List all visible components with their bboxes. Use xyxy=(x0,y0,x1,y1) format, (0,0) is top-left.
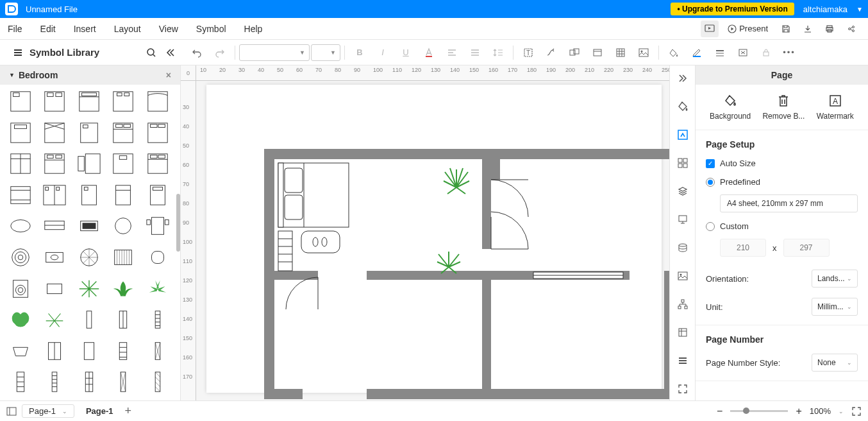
custom-radio[interactable] xyxy=(706,222,715,231)
symbol-tall-5[interactable] xyxy=(144,369,172,395)
symbol-fern-plant[interactable] xyxy=(75,276,103,302)
symbol-bush-plant[interactable] xyxy=(6,307,35,332)
italic-button[interactable]: I xyxy=(372,42,394,63)
paper-size-select[interactable]: A4 sheet, 210mm x 297 mm xyxy=(720,194,858,212)
symbol-bed-14[interactable] xyxy=(109,151,137,176)
fullscreen-icon[interactable] xyxy=(851,406,862,417)
underline-button[interactable]: U xyxy=(395,42,417,63)
download-icon[interactable] xyxy=(799,21,817,37)
symbol-shelf-3[interactable] xyxy=(144,338,172,364)
orientation-select[interactable]: Lands... ⌄ xyxy=(812,270,858,288)
image-panel-icon[interactable] xyxy=(674,267,692,285)
fill-button[interactable] xyxy=(663,42,685,63)
predefined-radio[interactable] xyxy=(706,178,715,187)
zoom-out-button[interactable]: − xyxy=(717,406,722,417)
more-icon[interactable]: ••• xyxy=(778,42,800,63)
height-input[interactable] xyxy=(783,239,830,257)
font-family-select[interactable]: ▼ xyxy=(239,44,310,61)
symbol-door[interactable] xyxy=(75,307,103,332)
theme-icon[interactable] xyxy=(674,98,692,116)
symbol-bed-3[interactable] xyxy=(75,89,103,114)
redo-button[interactable] xyxy=(209,42,231,63)
line-color-button[interactable] xyxy=(686,42,708,63)
zoom-level[interactable]: 100% xyxy=(810,406,831,416)
page-settings-icon[interactable] xyxy=(674,126,692,144)
pages-panel-icon[interactable] xyxy=(6,407,17,416)
expand-right-icon[interactable] xyxy=(674,69,692,87)
history-icon[interactable] xyxy=(674,323,692,341)
symbol-tall-1[interactable] xyxy=(6,369,35,395)
comment-icon[interactable] xyxy=(674,352,692,370)
chevron-down-icon[interactable]: ⌄ xyxy=(839,408,844,415)
share-icon[interactable] xyxy=(842,21,860,37)
presentation-icon[interactable] xyxy=(674,210,692,228)
symbol-bed-16[interactable] xyxy=(6,182,35,208)
symbol-bed-7[interactable] xyxy=(40,120,69,146)
data-icon[interactable] xyxy=(674,239,692,257)
symbol-cabinet[interactable] xyxy=(40,276,69,302)
align-left-button[interactable] xyxy=(441,42,463,63)
symbol-tall-4[interactable] xyxy=(109,369,137,395)
pagenum-style-select[interactable]: None ⌄ xyxy=(812,354,858,372)
fit-icon[interactable] xyxy=(674,380,692,398)
print-icon[interactable] xyxy=(821,21,839,37)
unit-select[interactable]: Millim... ⌄ xyxy=(812,298,858,316)
symbol-small-fern[interactable] xyxy=(40,307,69,332)
symbol-bed-17[interactable] xyxy=(40,182,69,208)
floor-plan[interactable] xyxy=(264,149,669,400)
undo-button[interactable] xyxy=(186,42,208,63)
symbol-bed-11[interactable] xyxy=(6,151,35,176)
symbol-desk[interactable] xyxy=(40,213,69,239)
symbol-bed-20[interactable] xyxy=(144,182,172,208)
line-style-button[interactable] xyxy=(709,42,731,63)
symbol-bed-nightstands[interactable] xyxy=(144,213,172,239)
symbol-wardrobe-2[interactable] xyxy=(40,338,69,364)
font-size-select[interactable]: ▼ xyxy=(311,44,340,61)
menu-symbol[interactable]: Symbol xyxy=(196,24,226,34)
remove-bg-button[interactable]: Remove B... xyxy=(762,94,805,121)
zoom-in-button[interactable]: + xyxy=(796,406,801,417)
quick-style-button[interactable] xyxy=(732,42,754,63)
autosize-checkbox[interactable]: ✓ xyxy=(706,159,715,168)
menu-help[interactable]: Help xyxy=(244,24,263,34)
close-category-icon[interactable]: × xyxy=(166,70,171,80)
slideshow-icon[interactable] xyxy=(701,21,719,37)
username-label[interactable]: altchiamaka xyxy=(803,4,847,14)
symbol-leafy-plant[interactable] xyxy=(144,276,172,302)
symbol-dresser[interactable] xyxy=(40,245,69,270)
collapse-panel-icon[interactable] xyxy=(165,47,176,58)
symbol-tall-3[interactable] xyxy=(75,369,103,395)
symbol-bed-6[interactable] xyxy=(6,120,35,146)
layers-icon[interactable] xyxy=(674,182,692,200)
menu-layout[interactable]: Layout xyxy=(114,24,141,34)
background-button[interactable]: Background xyxy=(710,94,751,121)
drawing-page[interactable] xyxy=(206,85,662,393)
symbol-shelf-2[interactable] xyxy=(109,338,137,364)
text-tool-button[interactable]: T xyxy=(517,42,539,63)
symbol-washer[interactable] xyxy=(6,276,35,302)
save-icon[interactable] xyxy=(777,21,795,37)
add-page-button[interactable]: + xyxy=(125,404,132,418)
canvas[interactable]: 0 10 20 30 40 50 60 70 80 90 100 110 120… xyxy=(181,65,669,400)
bold-button[interactable]: B xyxy=(349,42,371,63)
zoom-slider[interactable] xyxy=(730,410,788,412)
symbol-wicker[interactable] xyxy=(75,245,103,270)
upgrade-button[interactable]: • Upgrade to Premium Version xyxy=(671,3,794,15)
symbol-bed-5[interactable] xyxy=(144,89,172,114)
symbol-mat[interactable] xyxy=(109,245,137,270)
search-icon[interactable] xyxy=(146,47,156,58)
symbol-bed-2[interactable] xyxy=(40,89,69,114)
menu-file[interactable]: File xyxy=(8,24,22,34)
library-scrollbar[interactable] xyxy=(176,194,180,252)
symbol-bed-8[interactable] xyxy=(75,120,103,146)
symbol-tall-2[interactable] xyxy=(40,369,69,395)
hierarchy-icon[interactable] xyxy=(674,295,692,313)
symbol-bed-19[interactable] xyxy=(109,182,137,208)
align-vertical-button[interactable] xyxy=(464,42,486,63)
symbol-bed-1[interactable] xyxy=(6,89,35,114)
symbol-bed-13[interactable] xyxy=(75,151,103,176)
symbol-bed-18[interactable] xyxy=(75,182,103,208)
symbol-bed-15[interactable] xyxy=(144,151,172,176)
lock-button[interactable] xyxy=(755,42,777,63)
symbol-bed-4[interactable] xyxy=(109,89,137,114)
